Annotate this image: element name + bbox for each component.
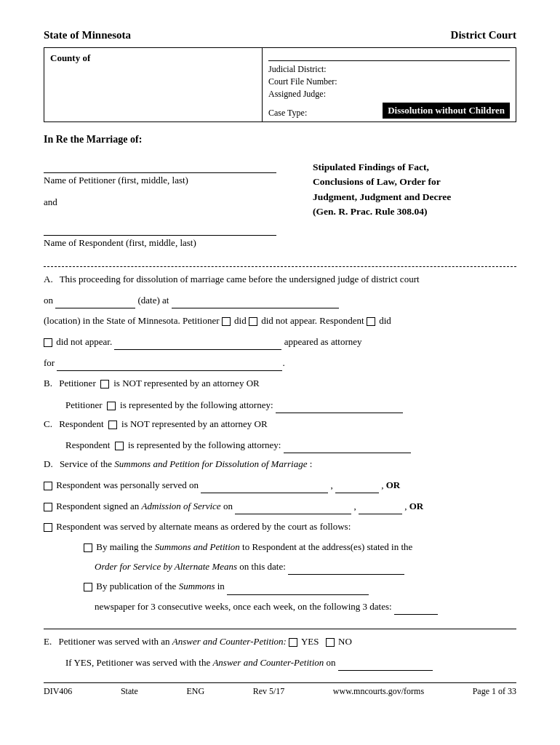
section-d-sub4: newspaper for 3 consecutive weeks, once … — [95, 598, 516, 615]
court-file-row: Court File Number: — [268, 76, 510, 87]
section-a-did: did — [232, 315, 249, 326]
respondent-name-line — [44, 223, 276, 236]
section-e-answer-italic: Answer and Counter-Petition — [212, 657, 324, 668]
case-type-row: Case Type: Dissolution without Children — [268, 103, 510, 119]
assigned-judge-label: Assigned Judge: — [268, 89, 326, 100]
section-a-on: on — [44, 295, 55, 306]
personally-served-checkbox[interactable] — [44, 482, 52, 490]
publication-checkbox[interactable] — [84, 583, 92, 591]
section-c-resp2: Respondent — [65, 439, 110, 450]
section-b: B. Petitioner is NOT represented by an a… — [44, 375, 516, 391]
petitioner-section: Name of Petitioner (first, middle, last)… — [44, 160, 516, 259]
divider — [44, 266, 516, 267]
in-re-heading: In Re the Marriage of: — [44, 134, 516, 146]
section-d-sub2: Order for Service by Alternate Means on … — [95, 558, 516, 575]
petitioner-rep-checkbox[interactable] — [107, 402, 116, 410]
section-a-line4: did not appear. appeared as attorney — [44, 333, 516, 350]
yes-label: YES — [301, 636, 319, 647]
mailing-italic: Summons and Petition — [155, 541, 240, 552]
and-text: and — [44, 196, 298, 208]
section-c-respondent: Respondent — [59, 418, 103, 429]
section-a-label: A. — [44, 271, 53, 287]
petitioner-didnot-checkbox[interactable] — [249, 317, 257, 326]
section-b-not-rep: is NOT represented by an attorney OR — [113, 378, 259, 389]
alt-means-checkbox[interactable] — [44, 523, 52, 532]
respondent-didnot-checkbox[interactable] — [44, 338, 52, 347]
section-e-italic: Answer and Counter-Petition: — [172, 636, 287, 647]
county-label: County of — [50, 52, 256, 64]
petitioner-attorney-line — [276, 397, 403, 413]
for-line — [57, 354, 282, 371]
petitioner-not-rep-checkbox[interactable] — [100, 380, 109, 389]
petitioner-did-checkbox[interactable] — [222, 317, 231, 326]
respondent-not-rep-checkbox[interactable] — [108, 421, 117, 429]
order-post: on this date: — [239, 561, 286, 572]
judicial-district-label: Judicial District: — [268, 64, 327, 75]
footer-state: State — [121, 686, 138, 697]
location-date-line — [172, 292, 339, 308]
section-e-pre: Petitioner was served with an — [58, 636, 169, 647]
section-e-on: on — [327, 657, 336, 668]
page-header: State of Minnesota District Court — [44, 29, 516, 41]
section-c-line2: Respondent is represented by the followi… — [65, 437, 516, 453]
section-d-item2: Respondent signed an Admission of Servic… — [44, 498, 516, 514]
state-title: State of Minnesota — [44, 29, 131, 41]
stipulated-line2: Conclusions of Law, Order for — [313, 176, 441, 187]
court-info-box: County of Judicial District: Court File … — [44, 47, 516, 122]
section-b-line2: Petitioner is represented by the followi… — [65, 397, 516, 413]
alt-means-text: Respondent was served by alternate means… — [56, 521, 351, 532]
stipulated-title: Stipulated Findings of Fact, Conclusions… — [313, 160, 516, 219]
footer-url: www.mncourts.gov/forms — [333, 686, 424, 697]
section-a-period: . — [282, 357, 284, 368]
respondent-name-label: Name of Respondent (first, middle, last) — [44, 237, 298, 249]
section-d-or1: , OR — [381, 479, 400, 490]
district-title: District Court — [451, 29, 516, 41]
publication-post: in — [217, 581, 225, 591]
section-a-line3: (location) in the State of Minnesota. Pe… — [44, 313, 516, 329]
no-checkbox[interactable] — [326, 638, 335, 647]
judicial-district-line — [268, 51, 510, 61]
mailing-checkbox[interactable] — [84, 543, 92, 552]
publication-pre: By publication of the — [96, 581, 176, 591]
mailing-post: to Respondent at the address(es) stated … — [242, 541, 412, 552]
admission-italic: Admission of Service — [142, 501, 221, 511]
date-line — [55, 292, 135, 308]
section-b-petitioner: Petitioner — [59, 378, 96, 389]
admission-line2 — [359, 498, 402, 514]
section-d-sub1: By mailing the Summons and Petition to R… — [84, 539, 516, 555]
section-e-line2: If YES, Petitioner was served with the A… — [65, 654, 516, 671]
yes-checkbox[interactable] — [289, 638, 297, 647]
section-c-label: C. — [44, 416, 52, 432]
section-c: C. Respondent is NOT represented by an a… — [44, 416, 516, 432]
section-b-pet2: Petitioner — [65, 399, 103, 410]
section-a-date-label: (date) at — [135, 295, 171, 306]
section-e-label: E. — [44, 634, 52, 650]
mailing-pre: By mailing the — [96, 541, 152, 552]
admission-line1 — [235, 498, 351, 514]
footer-form-number: DIV406 — [44, 686, 72, 697]
section-d-header: D. Service of the Summons and Petition f… — [44, 456, 516, 472]
admission-checkbox[interactable] — [44, 503, 52, 511]
respondent-rep-checkbox[interactable] — [115, 442, 124, 450]
respondent-attorney-line — [284, 437, 411, 453]
footer-rev: Rev 5/17 — [253, 686, 285, 697]
section-a-didnot: did not appear. Respondent — [259, 315, 367, 326]
admission-pre: Respondent signed an — [56, 501, 141, 511]
newspaper-text: newspaper for 3 consecutive weeks, once … — [95, 601, 392, 612]
section-d-item1: Respondent was personally served on , , … — [44, 477, 516, 493]
personally-served-line1 — [201, 477, 328, 493]
section-e: E. Petitioner was served with an Answer … — [44, 634, 516, 650]
section-d-alt: Respondent was served by alternate means… — [44, 519, 516, 535]
petitioner-name-line — [44, 160, 276, 173]
page-footer: DIV406 State ENG Rev 5/17 www.mncourts.g… — [44, 682, 516, 697]
section-a-didnot2: did not appear. — [54, 336, 114, 347]
section-a-for: for — [44, 357, 57, 368]
section-d-italic: Summons and Petition for Dissolution of … — [114, 458, 307, 469]
case-type-label: Case Type: — [268, 108, 307, 119]
section-a-line5: for . — [44, 354, 516, 371]
publication-line — [227, 578, 369, 594]
section-d-or2: , OR — [404, 501, 423, 511]
attorney-line — [114, 333, 281, 350]
section-c-not-rep: is NOT represented by an attorney OR — [121, 418, 267, 429]
respondent-did-checkbox[interactable] — [367, 317, 375, 326]
